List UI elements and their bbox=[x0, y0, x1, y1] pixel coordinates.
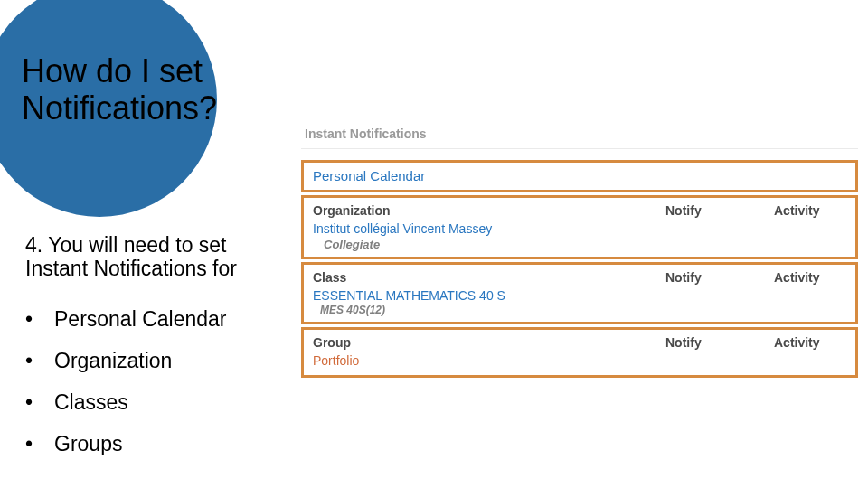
bullet-label: Classes bbox=[54, 381, 128, 423]
org-sub: Collegiate bbox=[324, 238, 846, 251]
bullet-item: • Organization bbox=[25, 340, 227, 381]
class-name-link[interactable]: ESSENTIAL MATHEMATICS 40 S bbox=[313, 288, 846, 305]
group-card: Group Notify Activity Portfolio bbox=[301, 327, 858, 378]
class-header-row: Class Notify Activity bbox=[313, 270, 846, 285]
bullet-dot: • bbox=[25, 423, 54, 465]
bullet-label: Groups bbox=[54, 423, 122, 465]
class-notify-header: Notify bbox=[665, 270, 774, 285]
class-sub: MES 40S(12) bbox=[320, 304, 846, 316]
instruction-text: 4. You will need to set Instant Notifica… bbox=[25, 233, 297, 281]
bullet-dot: • bbox=[25, 340, 54, 381]
divider bbox=[301, 148, 858, 149]
bullet-label: Personal Calendar bbox=[54, 298, 227, 340]
org-activity-header: Activity bbox=[774, 203, 846, 218]
title-line1: How do I set bbox=[22, 52, 203, 89]
instruction-line2: Instant Notifications for bbox=[25, 257, 237, 280]
notifications-panel: Instant Notifications Personal Calendar … bbox=[301, 127, 858, 380]
org-name-link[interactable]: Institut collégial Vincent Massey bbox=[313, 221, 846, 238]
group-activity-header: Activity bbox=[774, 335, 846, 350]
panel-heading: Instant Notifications bbox=[305, 127, 858, 141]
group-header-row: Group Notify Activity bbox=[313, 335, 846, 350]
bullet-dot: • bbox=[25, 298, 54, 340]
bullet-list: • Personal Calendar • Organization • Cla… bbox=[25, 298, 227, 465]
organization-card: Organization Notify Activity Institut co… bbox=[301, 195, 858, 259]
class-activity-header: Activity bbox=[774, 270, 846, 285]
org-header: Organization bbox=[313, 203, 665, 218]
bullet-item: • Classes bbox=[25, 381, 227, 423]
bullet-label: Organization bbox=[54, 340, 172, 381]
group-header: Group bbox=[313, 335, 665, 350]
bullet-item: • Groups bbox=[25, 423, 227, 465]
class-header: Class bbox=[313, 270, 665, 285]
personal-calendar-link[interactable]: Personal Calendar bbox=[313, 168, 425, 183]
group-notify-header: Notify bbox=[665, 335, 774, 350]
personal-calendar-card: Personal Calendar bbox=[301, 160, 858, 192]
title-line2: Notifications? bbox=[22, 89, 217, 127]
instruction-line1: 4. You will need to set bbox=[25, 233, 227, 257]
class-card: Class Notify Activity ESSENTIAL MATHEMAT… bbox=[301, 262, 858, 325]
slide-title: How do I set Notifications? bbox=[22, 52, 217, 127]
org-header-row: Organization Notify Activity bbox=[313, 203, 846, 218]
group-name-link[interactable]: Portfolio bbox=[313, 353, 846, 370]
bullet-dot: • bbox=[25, 381, 54, 423]
bullet-item: • Personal Calendar bbox=[25, 298, 227, 340]
org-notify-header: Notify bbox=[665, 203, 774, 218]
